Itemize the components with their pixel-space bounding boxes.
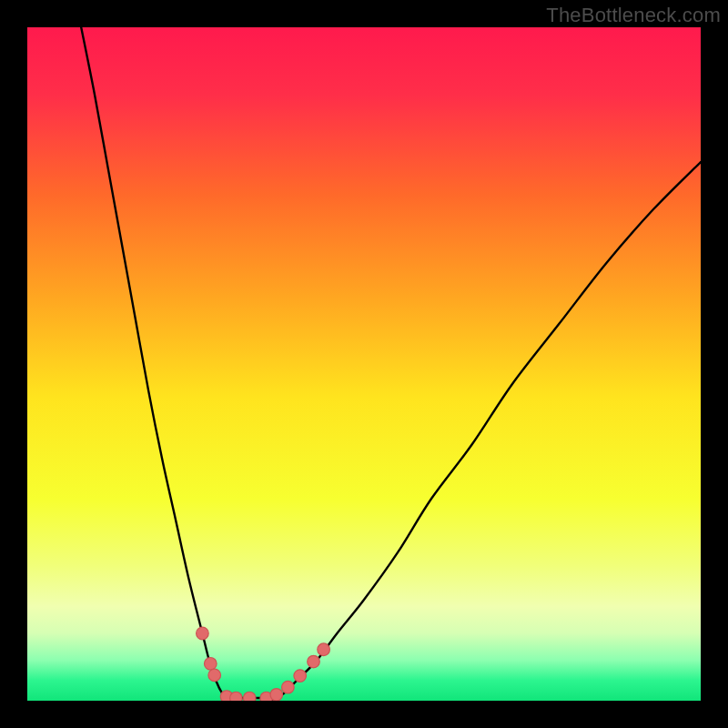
marker-dot	[270, 689, 283, 701]
bottleneck-chart	[27, 27, 701, 701]
marker-dot	[294, 670, 307, 682]
marker-dot	[243, 692, 256, 701]
marker-dot	[230, 692, 243, 701]
watermark-text: TheBottleneck.com	[546, 4, 721, 27]
marker-dot	[308, 655, 320, 668]
marker-dot	[204, 658, 217, 671]
chart-frame: TheBottleneck.com	[0, 0, 728, 728]
marker-dot	[282, 681, 295, 693]
marker-dot	[318, 643, 330, 656]
marker-dot	[197, 627, 209, 640]
marker-dot	[208, 669, 221, 682]
